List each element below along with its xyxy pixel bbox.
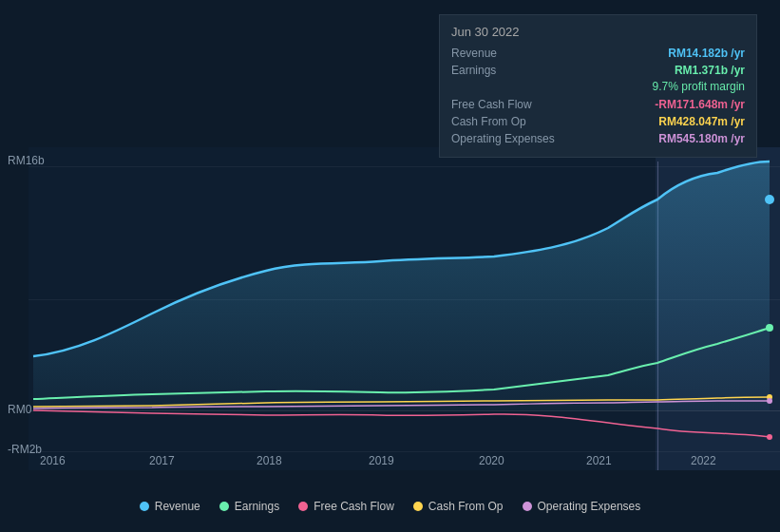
tooltip-row-earnings: Earnings RM1.371b /yr (451, 62, 745, 79)
tooltip-label-revenue: Revenue (451, 47, 497, 60)
legend-dot-cash-from-op (413, 502, 423, 511)
chart-legend: Revenue Earnings Free Cash Flow Cash Fro… (0, 500, 780, 513)
free-cash-endpoint (767, 434, 772, 440)
tooltip-date: Jun 30 2022 (451, 25, 745, 39)
legend-dot-operating-expenses (523, 502, 532, 511)
tooltip-row-free-cash: Free Cash Flow -RM171.648m /yr (451, 96, 745, 113)
earnings-endpoint (766, 324, 773, 332)
legend-label-revenue: Revenue (155, 500, 200, 513)
legend-label-cash-from-op: Cash From Op (428, 500, 504, 513)
tooltip-label-free-cash: Free Cash Flow (451, 98, 532, 111)
tooltip-value-earnings: RM1.371b /yr (675, 64, 745, 77)
profit-margin-row: 9.7% profit margin (451, 79, 745, 96)
legend-item-cash-from-op[interactable]: Cash From Op (413, 500, 504, 513)
legend-label-free-cash-flow: Free Cash Flow (314, 500, 394, 513)
tooltip-value-cash-op: RM428.047m /yr (658, 115, 745, 128)
tooltip-label-cash-op: Cash From Op (451, 115, 526, 128)
free-cash-flow-line (33, 410, 770, 437)
tooltip-row-revenue: Revenue RM14.182b /yr (451, 45, 745, 62)
tooltip-value-free-cash: -RM171.648m /yr (655, 98, 745, 111)
legend-dot-free-cash-flow (298, 502, 308, 511)
legend-item-revenue[interactable]: Revenue (140, 500, 200, 513)
legend-item-operating-expenses[interactable]: Operating Expenses (523, 500, 641, 513)
tooltip-row-cash-op: Cash From Op RM428.047m /yr (451, 113, 745, 130)
op-exp-endpoint (767, 398, 772, 404)
legend-item-free-cash-flow[interactable]: Free Cash Flow (298, 500, 394, 513)
tooltip-box: Jun 30 2022 Revenue RM14.182b /yr Earnin… (439, 14, 757, 158)
tooltip-row-op-exp: Operating Expenses RM545.180m /yr (451, 130, 745, 147)
tooltip-value-op-exp: RM545.180m /yr (658, 132, 745, 145)
tooltip-value-revenue: RM14.182b /yr (668, 47, 745, 60)
profit-margin-text: 9.7% profit margin (653, 80, 745, 93)
tooltip-label-op-exp: Operating Expenses (451, 132, 555, 145)
legend-item-earnings[interactable]: Earnings (219, 500, 279, 513)
legend-label-operating-expenses: Operating Expenses (538, 500, 641, 513)
legend-label-earnings: Earnings (235, 500, 279, 513)
legend-dot-revenue (140, 502, 149, 511)
revenue-endpoint (765, 195, 774, 204)
tooltip-label-earnings: Earnings (451, 64, 496, 77)
legend-dot-earnings (219, 502, 229, 511)
